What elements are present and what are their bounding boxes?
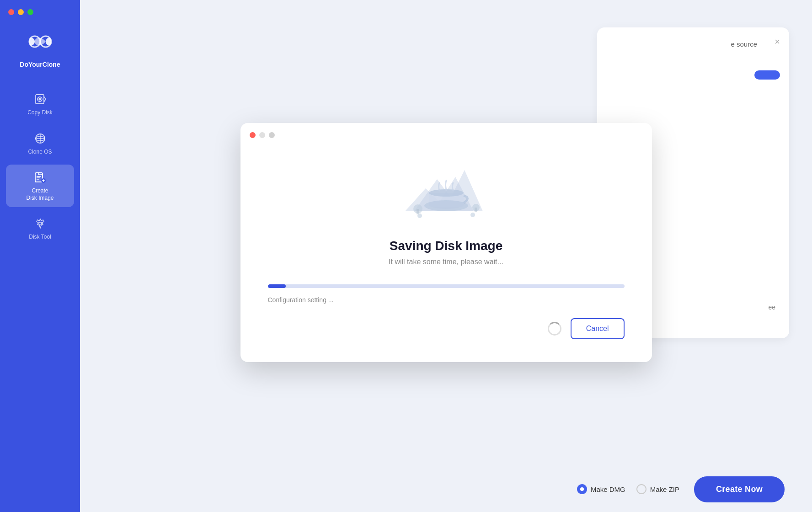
make-dmg-radio[interactable] [577, 484, 587, 494]
svg-point-16 [39, 222, 42, 225]
progress-label: Configuration setting ... [268, 296, 334, 304]
modal-minimize-btn[interactable] [259, 132, 265, 138]
disk-tool-label: Disk Tool [29, 234, 51, 241]
sidebar: DoYourClone Copy Disk [0, 0, 80, 512]
modal-close-btn[interactable] [250, 132, 256, 138]
format-radio-group: Make DMG Make ZIP [577, 484, 679, 494]
sidebar-nav: Copy Disk Clone OS [0, 86, 80, 246]
modal-subtitle: It will take some time, please wait... [389, 258, 503, 266]
traffic-lights [0, 9, 33, 15]
saving-disk-image-modal: Saving Disk Image It will take some time… [240, 123, 652, 362]
make-zip-option[interactable]: Make ZIP [636, 484, 679, 494]
app-name-label: DoYourClone [20, 61, 60, 68]
modal-illustration [396, 147, 497, 229]
make-zip-radio[interactable] [636, 484, 646, 494]
modal-traffic-lights [240, 123, 652, 138]
modal-body: Saving Disk Image It will take some time… [240, 138, 652, 362]
modal-title: Saving Disk Image [390, 239, 502, 253]
traffic-light-green[interactable] [27, 9, 33, 15]
copy-disk-label: Copy Disk [27, 109, 53, 117]
main-content: × e source ee [80, 0, 812, 512]
progress-bar-fill [268, 284, 286, 288]
svg-point-26 [470, 213, 475, 217]
create-disk-image-label: CreateDisk Image [26, 187, 53, 202]
make-zip-label: Make ZIP [650, 485, 679, 493]
create-now-button[interactable]: Create Now [694, 476, 785, 502]
svg-point-24 [424, 200, 468, 211]
bottom-bar: Make DMG Make ZIP Create Now [80, 466, 812, 512]
clone-os-label: Clone OS [28, 149, 52, 156]
disk-tool-icon [33, 216, 48, 231]
sidebar-item-create-disk-image[interactable]: CreateDisk Image [6, 165, 74, 207]
progress-bar-bg [268, 284, 625, 288]
sidebar-item-disk-tool[interactable]: Disk Tool [6, 211, 74, 246]
svg-rect-20 [475, 208, 477, 212]
app-logo [25, 26, 56, 57]
clone-os-icon [33, 131, 48, 146]
traffic-light-yellow[interactable] [18, 9, 24, 15]
modal-footer: Cancel [268, 318, 625, 339]
svg-point-25 [417, 213, 422, 218]
make-dmg-option[interactable]: Make DMG [577, 484, 625, 494]
create-disk-image-icon [33, 170, 48, 185]
modal-overlay: Saving Disk Image It will take some time… [80, 0, 812, 512]
svg-point-4 [39, 98, 41, 100]
copy-disk-icon [33, 92, 48, 107]
cancel-button[interactable]: Cancel [571, 318, 625, 339]
loading-spinner [548, 322, 561, 336]
make-dmg-label: Make DMG [591, 485, 625, 493]
progress-container [268, 284, 625, 288]
sidebar-item-clone-os[interactable]: Clone OS [6, 126, 74, 161]
sidebar-item-copy-disk[interactable]: Copy Disk [6, 86, 74, 122]
modal-maximize-btn[interactable] [269, 132, 275, 138]
traffic-light-red[interactable] [8, 9, 14, 15]
svg-rect-18 [417, 209, 419, 214]
